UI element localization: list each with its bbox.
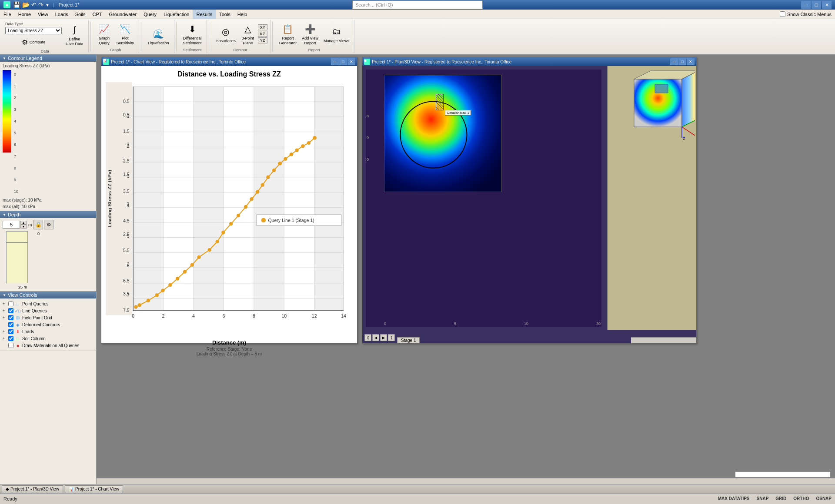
status-grid[interactable]: GRID bbox=[775, 496, 786, 501]
status-snap[interactable]: SNAP bbox=[757, 496, 769, 501]
depth-arrow: ▼ bbox=[3, 213, 6, 217]
svg-rect-30 bbox=[133, 87, 163, 311]
view3d-minimize[interactable]: ─ bbox=[670, 58, 678, 65]
stage-tab[interactable]: Stage 1 bbox=[397, 337, 420, 343]
svg-point-104 bbox=[168, 283, 172, 287]
menu-groundwater[interactable]: Groundwater bbox=[106, 10, 140, 19]
svg-text:4: 4 bbox=[192, 313, 195, 318]
menu-liquefaction[interactable]: Liquefaction bbox=[160, 10, 193, 19]
tree-item-point-queries[interactable]: + □ Point Queries bbox=[3, 300, 94, 307]
h-scrollbar[interactable] bbox=[631, 337, 696, 343]
quick-save[interactable]: 💾 bbox=[13, 1, 20, 8]
tree-item-draw-materials[interactable]: ■ Draw Materials on all Queries bbox=[3, 342, 94, 349]
line-queries-checkbox[interactable] bbox=[8, 308, 13, 313]
tree-item-loads[interactable]: + ⬇ Loads bbox=[3, 328, 94, 335]
search-input[interactable] bbox=[352, 0, 483, 9]
contour-legend-subtitle: Loading Stress ZZ (kPa) bbox=[3, 63, 94, 68]
nav-next[interactable]: ▶ bbox=[380, 334, 387, 341]
define-user-data-button[interactable]: ∫ DefineUser Data bbox=[63, 22, 86, 48]
manage-views-button[interactable]: 🗂 Manage Views bbox=[321, 21, 351, 47]
status-osnap[interactable]: OSNAP bbox=[816, 496, 832, 501]
svg-text:14: 14 bbox=[341, 313, 346, 318]
menu-loads[interactable]: Loads bbox=[52, 10, 72, 19]
taskbar-chart-view[interactable]: 📊 Project 1* - Chart View bbox=[65, 485, 123, 493]
liquefaction-button[interactable]: 🌊 Liquefaction bbox=[146, 23, 171, 49]
taskbar-3d-view[interactable]: ◆ Project 1* - Plan/3D View bbox=[2, 485, 63, 493]
restore-button[interactable]: □ bbox=[812, 1, 821, 9]
compute-button[interactable]: ⚙ Compute bbox=[4, 36, 63, 48]
plot-sensitivity-button[interactable]: 📉 PlotSensitivity bbox=[114, 21, 137, 47]
chart-svg: 0 0.5 1 1.5 2 2.5 3 3.5 bbox=[106, 82, 353, 338]
tree-item-line-queries[interactable]: + ✓□ Line Queries bbox=[3, 307, 94, 314]
svg-text:12: 12 bbox=[312, 313, 317, 318]
status-max-datatips[interactable]: MAX DATATIPS bbox=[718, 496, 750, 501]
undo[interactable]: ↶ bbox=[31, 1, 37, 8]
depth-header[interactable]: ▼ Depth bbox=[0, 211, 96, 218]
depth-settings-button[interactable]: ⚙ bbox=[44, 220, 53, 229]
ribbon-group-report: 📋 ReportGenerator ➕ Add ViewReport 🗂 Man… bbox=[274, 20, 354, 53]
depth-lock-button[interactable]: 🔒 bbox=[33, 220, 43, 229]
view3d-restore[interactable]: □ bbox=[678, 58, 686, 65]
tree-item-soil-column[interactable]: + □ Soil Column bbox=[3, 335, 94, 342]
minimize-button[interactable]: ─ bbox=[801, 1, 811, 9]
menu-tools[interactable]: Tools bbox=[216, 10, 234, 19]
tree-item-field-point-grid[interactable]: + ⊞ Field Point Grid bbox=[3, 314, 94, 321]
status-ortho[interactable]: ORTHO bbox=[793, 496, 809, 501]
menu-query[interactable]: Query bbox=[140, 10, 160, 19]
classic-menus-checkbox[interactable] bbox=[780, 11, 785, 17]
quick-access-arrow[interactable]: ▼ bbox=[45, 3, 50, 7]
kz-button[interactable]: KZ bbox=[258, 31, 267, 37]
redo[interactable]: ↷ bbox=[38, 1, 43, 8]
point-queries-checkbox[interactable] bbox=[8, 301, 13, 306]
soil-column-icon: □ bbox=[15, 335, 21, 342]
svg-point-107 bbox=[190, 263, 194, 267]
plan-view-area: Circular load 1 8 9 0 051020 bbox=[362, 66, 605, 330]
field-point-grid-label: Field Point Grid bbox=[22, 315, 52, 320]
data-type-select[interactable]: Loading Stress ZZ bbox=[5, 27, 62, 34]
depth-input[interactable] bbox=[3, 221, 20, 229]
chart-close[interactable]: ✕ bbox=[347, 58, 355, 65]
depth-down[interactable]: ▼ bbox=[20, 225, 27, 229]
deformed-contours-checkbox[interactable] bbox=[8, 322, 13, 327]
loads-checkbox[interactable] bbox=[8, 329, 13, 334]
menu-help[interactable]: Help bbox=[234, 10, 251, 19]
chart-reference-stage: Reference Stage: None bbox=[197, 347, 262, 351]
xy-button[interactable]: XY bbox=[258, 24, 267, 30]
menu-view[interactable]: View bbox=[34, 10, 52, 19]
draw-materials-checkbox[interactable] bbox=[8, 343, 13, 348]
chart-restore[interactable]: □ bbox=[339, 58, 347, 65]
view-controls-header[interactable]: ▼ View Controls bbox=[0, 292, 96, 298]
report-generator-button[interactable]: 📋 ReportGenerator bbox=[277, 21, 299, 47]
nav-first[interactable]: ⟪ bbox=[364, 334, 371, 341]
yz-button[interactable]: YZ bbox=[258, 37, 267, 43]
nav-prev[interactable]: ◀ bbox=[372, 334, 379, 341]
chart-window-titlebar[interactable]: 📊 Project 1* - Chart View - Registered t… bbox=[101, 57, 357, 66]
chart-minimize[interactable]: ─ bbox=[331, 58, 339, 65]
menu-cpt[interactable]: CPT bbox=[89, 10, 106, 19]
depth-up[interactable]: ▲ bbox=[20, 221, 27, 225]
axis-buttons: XY KZ YZ bbox=[258, 24, 267, 43]
svg-text:Query Line 1 (Stage 1): Query Line 1 (Stage 1) bbox=[268, 218, 314, 223]
main-scrollbar[interactable] bbox=[97, 478, 835, 484]
graph-query-button[interactable]: 📈 GraphQuery bbox=[95, 21, 114, 47]
menu-soils[interactable]: Soils bbox=[72, 10, 89, 19]
field-point-grid-checkbox[interactable] bbox=[8, 315, 13, 320]
soil-column-checkbox[interactable] bbox=[8, 336, 13, 341]
differential-settlement-button[interactable]: ⬇ DifferentialSettlement bbox=[181, 21, 204, 47]
tree-item-deformed-contours[interactable]: ◈ Deformed Contours bbox=[3, 321, 94, 328]
nav-last[interactable]: ⟫ bbox=[388, 334, 395, 341]
isosurfaces-button[interactable]: ◎ Isosurfaces bbox=[214, 21, 238, 47]
svg-point-126 bbox=[313, 136, 316, 139]
menu-file[interactable]: File bbox=[0, 10, 15, 19]
add-view-report-button[interactable]: ➕ Add ViewReport bbox=[300, 21, 321, 47]
menu-results[interactable]: Results bbox=[193, 10, 216, 19]
contour-legend-header[interactable]: ▼ Contour Legend bbox=[0, 55, 96, 62]
view3d-close[interactable]: ✕ bbox=[687, 58, 695, 65]
menu-home[interactable]: Home bbox=[15, 10, 34, 19]
quick-open[interactable]: 📂 bbox=[22, 1, 30, 8]
svg-text:4: 4 bbox=[127, 203, 130, 208]
view3d-titlebar[interactable]: ◆ Project 1* - Plan/3D View - Registered… bbox=[362, 57, 696, 66]
close-button[interactable]: ✕ bbox=[822, 1, 832, 9]
three-point-plane-button[interactable]: △ 3-PointPlane bbox=[239, 21, 257, 47]
contour-val-7: 7 bbox=[14, 152, 18, 161]
